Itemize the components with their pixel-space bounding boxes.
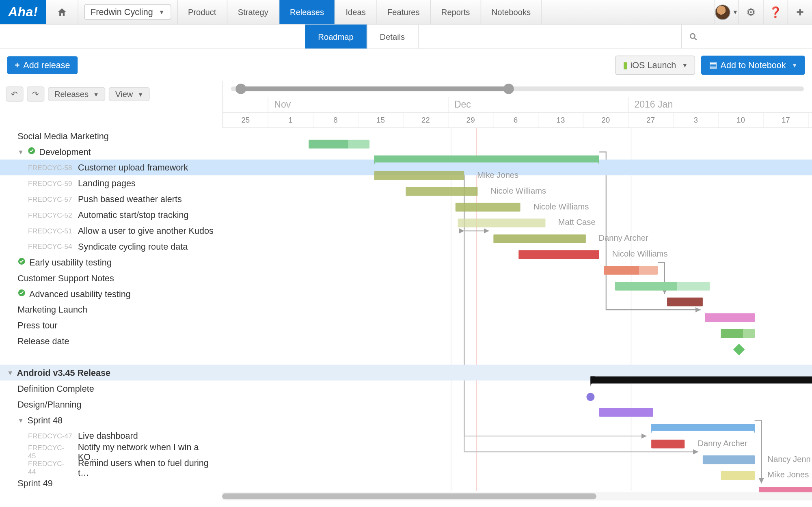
settings-button[interactable]: ⚙ xyxy=(739,0,763,24)
expand-toggle-icon[interactable]: ▼ xyxy=(7,369,13,376)
gantt-bar[interactable] xyxy=(721,471,755,480)
gantt-bar[interactable] xyxy=(604,265,658,274)
zoom-slider[interactable] xyxy=(231,81,804,95)
row-title: Advanced usability testing xyxy=(29,289,131,298)
gantt-row[interactable]: Design/Planning xyxy=(0,396,812,412)
view-dropdown[interactable]: View▼ xyxy=(109,87,150,101)
row-label[interactable]: ▼Development xyxy=(0,147,222,156)
gantt-row[interactable]: FREDCYC-54Syndicate cycling route dataNi… xyxy=(0,239,812,255)
product-dropdown[interactable]: Fredwin Cycling ▼ xyxy=(84,4,171,20)
row-label[interactable]: Customer Support Notes xyxy=(0,273,222,283)
add-button[interactable]: + xyxy=(788,0,812,24)
nav-tab-reports[interactable]: Reports xyxy=(431,0,481,24)
user-menu[interactable]: ▼ xyxy=(714,0,738,24)
gantt-bar[interactable] xyxy=(721,329,755,338)
gantt-row[interactable]: Press tour xyxy=(0,317,812,333)
row-ref: FREDCYC-59 xyxy=(28,179,72,187)
day-header: 10 xyxy=(718,113,763,127)
search-box[interactable] xyxy=(681,24,812,48)
row-label[interactable]: ▼Sprint 48 xyxy=(0,415,222,425)
row-label[interactable]: FREDCYC-54Syndicate cycling route data xyxy=(0,242,222,251)
nav-tab-strategy[interactable]: Strategy xyxy=(227,0,279,24)
subnav-tab-roadmap[interactable]: Roadmap xyxy=(305,24,367,48)
gantt-row[interactable]: FREDCYC-51Allow a user to give another K… xyxy=(0,223,812,239)
gantt-bar[interactable] xyxy=(458,218,545,227)
row-label[interactable]: Early usability testing xyxy=(0,257,222,267)
add-to-notebook-button[interactable]: ▤ Add to Notebook ▼ xyxy=(701,55,805,75)
gantt-bar[interactable] xyxy=(599,408,653,416)
gantt-row[interactable]: FREDCYC-52Automatic start/stop trackingM… xyxy=(0,207,812,223)
row-label[interactable]: FREDCYC-52Automatic start/stop tracking xyxy=(0,210,222,220)
gantt-row[interactable]: ▼Sprint 48 xyxy=(0,412,812,428)
row-label[interactable]: FREDCYC-44Remind users when to fuel duri… xyxy=(0,457,222,477)
gantt-bar[interactable] xyxy=(406,187,477,196)
gantt-bar[interactable] xyxy=(374,171,464,180)
nav-tab-ideas[interactable]: Ideas xyxy=(335,0,377,24)
home-button[interactable] xyxy=(46,0,78,24)
row-label[interactable]: Sprint 49 xyxy=(0,478,222,488)
row-label[interactable]: Press tour xyxy=(0,320,222,330)
gantt-row[interactable]: Early usability testing xyxy=(0,254,812,270)
check-circle-icon xyxy=(17,257,26,267)
gantt-bar[interactable] xyxy=(615,281,710,290)
gantt-bar[interactable] xyxy=(455,203,520,211)
summary-bar[interactable] xyxy=(590,376,812,383)
row-label[interactable]: Design/Planning xyxy=(0,399,222,409)
gantt-row[interactable]: Sprint 49 xyxy=(0,475,812,491)
nav-tab-releases[interactable]: Releases xyxy=(279,0,335,24)
row-title: Marketing Launch xyxy=(17,304,87,314)
row-label[interactable]: FREDCYC-51Allow a user to give another K… xyxy=(0,226,222,235)
gantt-row[interactable]: FREDCYC-44Remind users when to fuel duri… xyxy=(0,460,812,475)
row-label[interactable]: Social Media Marketing xyxy=(0,131,222,141)
row-title: Live dashboard xyxy=(78,431,138,440)
row-title: Sprint 49 xyxy=(17,478,52,488)
subnav-tab-details[interactable]: Details xyxy=(367,24,418,48)
gantt-row[interactable]: ▼Android v3.45 Release xyxy=(0,365,812,381)
horizontal-scrollbar[interactable] xyxy=(222,492,812,500)
undo-button[interactable]: ↶ xyxy=(6,86,23,101)
assignee-label: Danny Archer xyxy=(599,233,648,242)
brand-logo[interactable]: Aha! xyxy=(0,0,46,24)
add-release-button[interactable]: + Add release xyxy=(7,56,78,74)
gantt-bar[interactable] xyxy=(309,139,370,148)
row-label[interactable]: ▼Android v3.45 Release xyxy=(0,368,222,378)
releases-dropdown[interactable]: Releases▼ xyxy=(48,87,106,101)
milestone-dot[interactable] xyxy=(586,393,594,401)
caret-down-icon: ▼ xyxy=(159,9,164,15)
row-label[interactable]: FREDCYC-57Push based weather alerts xyxy=(0,194,222,204)
gantt-row[interactable]: Release date xyxy=(0,333,812,349)
gantt-bar[interactable] xyxy=(518,250,600,259)
expand-toggle-icon[interactable]: ▼ xyxy=(17,148,24,155)
home-icon xyxy=(57,7,67,17)
summary-bar[interactable] xyxy=(651,423,755,430)
gantt-row[interactable]: Social Media Marketing xyxy=(0,128,812,144)
row-label[interactable]: Marketing Launch xyxy=(0,304,222,314)
nav-tab-product[interactable]: Product xyxy=(177,0,227,24)
nav-tab-notebooks[interactable]: Notebooks xyxy=(481,0,542,24)
gantt-row[interactable]: ▼Development xyxy=(0,144,812,160)
saved-view-dropdown[interactable]: ▮ iOS Launch ▼ xyxy=(615,55,695,75)
day-header: 13 xyxy=(538,113,583,127)
row-label[interactable]: Advanced usability testing xyxy=(0,289,222,298)
check-circle-icon xyxy=(28,147,36,156)
expand-toggle-icon[interactable]: ▼ xyxy=(17,416,24,423)
summary-bar[interactable] xyxy=(374,155,599,162)
slider-handle-left[interactable] xyxy=(235,84,246,94)
gantt-bar[interactable] xyxy=(667,297,703,306)
row-title: Press tour xyxy=(17,320,57,330)
row-label[interactable]: FREDCYC-59Landing pages xyxy=(0,178,222,188)
help-button[interactable]: ❓ xyxy=(763,0,787,24)
redo-button[interactable]: ↷ xyxy=(27,86,44,101)
gantt-bar[interactable] xyxy=(703,455,755,464)
row-label[interactable]: FREDCYC-58Customer upload framework xyxy=(0,162,222,172)
gantt-bar[interactable] xyxy=(651,439,685,448)
row-label[interactable]: Release date xyxy=(0,336,222,346)
row-label[interactable]: FREDCYC-47Live dashboard xyxy=(0,431,222,440)
gantt-bar[interactable] xyxy=(705,313,755,322)
product-selector: Fredwin Cycling ▼ xyxy=(78,0,177,24)
gantt-bar[interactable] xyxy=(494,234,586,243)
nav-tab-features[interactable]: Features xyxy=(377,0,431,24)
row-label[interactable]: Definition Complete xyxy=(0,384,222,393)
gantt-row[interactable]: Customer Support Notes xyxy=(0,270,812,286)
slider-handle-right[interactable] xyxy=(503,84,514,94)
